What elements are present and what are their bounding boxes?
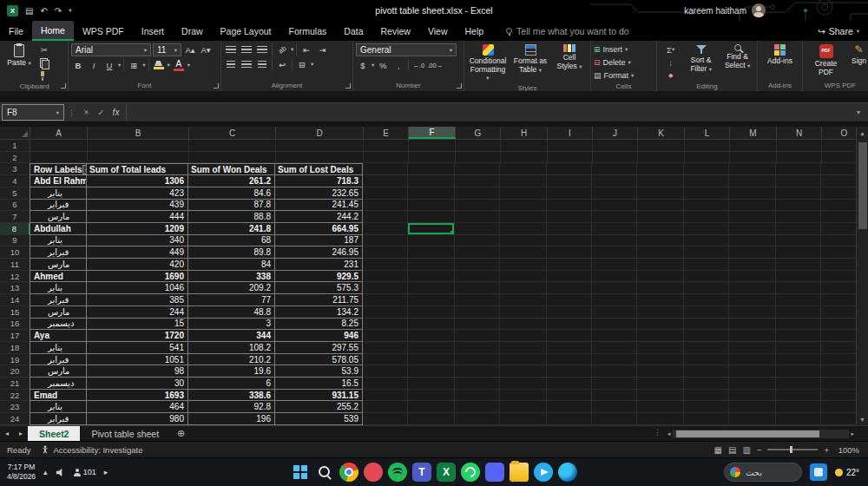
cell-G5[interactable] [455, 187, 500, 200]
cell-D12[interactable]: 929.5 [275, 271, 363, 283]
weather-widget[interactable]: 22° [835, 468, 859, 477]
cell-I8[interactable] [547, 223, 592, 235]
cell-styles-button[interactable]: Cell Styles ▾ [552, 43, 587, 71]
cell-A22[interactable]: Emad [30, 390, 87, 402]
cell-K21[interactable] [637, 378, 684, 390]
cell-A18[interactable]: يناير [30, 342, 87, 354]
cell-N3[interactable] [776, 163, 821, 175]
cell-L13[interactable] [684, 282, 729, 294]
zoom-out-button[interactable]: − [757, 445, 762, 455]
cell-I7[interactable] [547, 211, 592, 223]
tray-cursor-icon[interactable]: ▸ [104, 468, 108, 476]
cell-G7[interactable] [455, 211, 500, 223]
cell-F12[interactable] [408, 271, 455, 283]
cell-F7[interactable] [408, 211, 455, 223]
cell-F14[interactable] [408, 294, 455, 306]
formula-bar-expand-button[interactable]: ▾ [851, 108, 866, 116]
row-header-12[interactable]: 12 [0, 271, 30, 283]
clear-button[interactable]: ◆ [660, 69, 681, 82]
cell-M18[interactable] [729, 342, 776, 354]
cell-H8[interactable] [500, 223, 547, 235]
orientation-button[interactable]: ab [273, 41, 291, 58]
taskbar-spotify-icon[interactable] [388, 463, 407, 482]
cell-K17[interactable] [637, 330, 684, 342]
cell-K14[interactable] [637, 294, 684, 306]
cell-M10[interactable] [729, 246, 776, 259]
fill-color-button[interactable] [152, 59, 166, 71]
cell-J19[interactable] [592, 354, 637, 366]
cell-C15[interactable]: 48.8 [188, 306, 275, 319]
cell-J13[interactable] [592, 282, 637, 294]
italic-button[interactable]: I [87, 59, 101, 71]
bold-button[interactable]: B [71, 59, 85, 71]
cell-C6[interactable]: 87.8 [188, 200, 275, 212]
cell-H24[interactable] [500, 413, 547, 425]
taskbar-whatsapp-icon[interactable] [461, 463, 480, 482]
cell-E6[interactable] [363, 200, 408, 212]
cell-L11[interactable] [684, 259, 729, 271]
column-header-L[interactable]: L [685, 127, 730, 139]
scroll-down-arrow[interactable]: ▼ [859, 413, 865, 425]
cell-J14[interactable] [592, 294, 637, 306]
cell-E4[interactable] [363, 175, 408, 187]
cell-F17[interactable] [408, 330, 455, 342]
fill-button[interactable]: ↓ [660, 56, 681, 69]
sheet-tab-pivot-table-sheet[interactable]: Pivot table sheet [80, 426, 170, 441]
cell-J7[interactable] [592, 211, 637, 223]
cell-N14[interactable] [776, 294, 821, 306]
cell-J1[interactable] [593, 140, 638, 152]
cell-N17[interactable] [776, 330, 821, 342]
cell-K4[interactable] [637, 175, 684, 187]
cell-J16[interactable] [592, 319, 637, 331]
number-dialog-launcher[interactable] [457, 83, 462, 89]
cell-N15[interactable] [776, 306, 821, 319]
cell-I22[interactable] [547, 390, 592, 402]
column-header-N[interactable]: N [777, 127, 822, 139]
taskbar-search[interactable]: بحث [724, 463, 802, 482]
merge-center-button[interactable]: ⊟ [295, 58, 309, 70]
sign-button[interactable]: ✎ Sign [846, 43, 868, 67]
cell-J3[interactable] [592, 163, 637, 175]
cell-G4[interactable] [455, 175, 500, 187]
ribbon-tab-wps-pdf[interactable]: WPS PDF [74, 21, 133, 41]
undo-button[interactable]: ↶ [40, 6, 47, 16]
scroll-up-arrow[interactable]: ▲ [859, 127, 865, 139]
cell-G13[interactable] [455, 282, 500, 294]
cell-K23[interactable] [637, 401, 684, 413]
cell-L12[interactable] [684, 271, 729, 283]
number-format-select[interactable]: General▾ [356, 43, 457, 56]
account-name[interactable]: kareem haitham [684, 6, 746, 16]
cell-F19[interactable] [408, 354, 455, 366]
cell-J12[interactable] [592, 271, 637, 283]
cell-C21[interactable]: 6 [188, 378, 275, 390]
cell-E21[interactable] [363, 378, 408, 390]
cell-G19[interactable] [455, 354, 500, 366]
decrease-indent-button[interactable]: ⇤ [299, 43, 313, 56]
cell-E15[interactable] [363, 306, 408, 319]
cell-E22[interactable] [363, 390, 408, 402]
center-button[interactable] [240, 58, 253, 70]
vertical-scrollbar-thumb[interactable] [858, 142, 867, 229]
cell-E10[interactable] [363, 246, 408, 259]
cell-B16[interactable]: 15 [87, 319, 188, 331]
cell-H16[interactable] [500, 319, 547, 331]
percent-style-button[interactable]: % [376, 59, 390, 71]
cell-L14[interactable] [684, 294, 729, 306]
cell-L4[interactable] [684, 175, 729, 187]
cell-J20[interactable] [592, 365, 637, 378]
cell-M8[interactable] [729, 223, 776, 235]
cell-C13[interactable]: 209.2 [188, 282, 275, 294]
cell-A24[interactable]: فبراير [30, 413, 87, 425]
ribbon-tab-review[interactable]: Review [372, 21, 418, 41]
column-header-C[interactable]: C [189, 127, 276, 139]
cell-G16[interactable] [455, 319, 500, 331]
cell-J6[interactable] [592, 200, 637, 212]
cell-A23[interactable]: يناير [30, 401, 87, 413]
cell-M5[interactable] [729, 187, 776, 200]
row-header-22[interactable]: 22 [0, 390, 30, 402]
cell-F23[interactable] [408, 401, 455, 413]
cell-N12[interactable] [776, 271, 821, 283]
cell-J11[interactable] [592, 259, 637, 271]
cell-A9[interactable]: يناير [30, 235, 87, 247]
cell-E17[interactable] [363, 330, 408, 342]
